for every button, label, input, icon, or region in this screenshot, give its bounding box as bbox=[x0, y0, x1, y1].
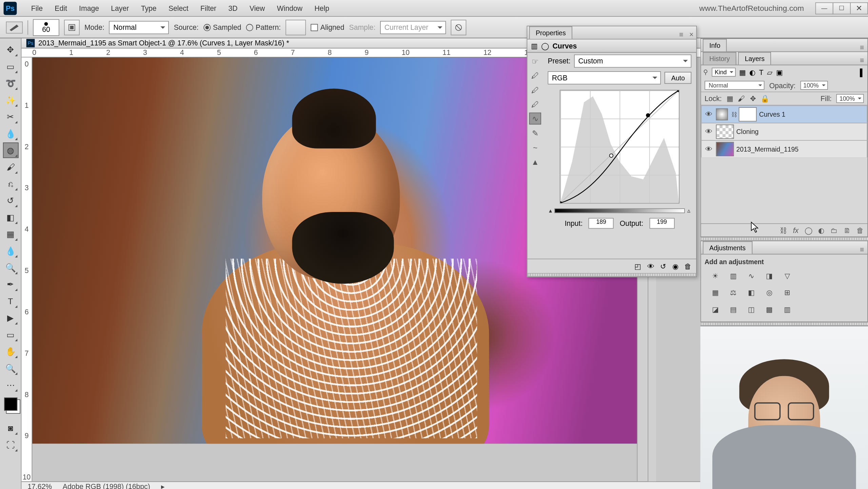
adj-channelmixer-icon[interactable]: ⊞ bbox=[781, 287, 793, 299]
adj-posterize-icon[interactable]: ▤ bbox=[727, 304, 739, 315]
toggle-visibility-icon[interactable]: 👁 bbox=[647, 262, 654, 270]
adj-threshold-icon[interactable]: ◫ bbox=[745, 304, 757, 315]
layer-thumb[interactable] bbox=[716, 124, 734, 139]
panel-resize-grip[interactable] bbox=[527, 273, 696, 277]
properties-close-icon[interactable]: × bbox=[687, 31, 696, 39]
adj-curves-icon[interactable]: ∿ bbox=[745, 270, 757, 282]
layer-filter-kind[interactable]: Kind bbox=[712, 68, 736, 77]
adj-invert-icon[interactable]: ◪ bbox=[709, 304, 721, 315]
gradient-tool[interactable]: ▦ bbox=[3, 226, 18, 242]
info-panel-menu-icon[interactable]: ≡ bbox=[856, 43, 867, 52]
channel-select[interactable]: RGB bbox=[548, 71, 661, 84]
status-flyout-icon[interactable]: ▸ bbox=[161, 482, 165, 489]
lock-transparent-icon[interactable]: ▦ bbox=[727, 94, 733, 103]
delete-layer-icon[interactable]: 🗑 bbox=[856, 226, 864, 234]
fx-icon[interactable]: fx bbox=[793, 226, 798, 234]
layer-row-curves[interactable]: 👁 ⛓ Curves 1 bbox=[701, 105, 867, 123]
new-group-icon[interactable]: 🗀 bbox=[830, 226, 837, 234]
menu-3d[interactable]: 3D bbox=[222, 0, 243, 16]
layer-blend-mode-select[interactable]: Normal bbox=[705, 81, 765, 90]
filter-toggle[interactable]: ▌ bbox=[860, 68, 865, 76]
zoom-tool[interactable]: 🔍 bbox=[3, 360, 18, 376]
adj-brightness-icon[interactable]: ☀ bbox=[709, 270, 721, 282]
sample-white-icon[interactable]: 🖊 bbox=[529, 98, 541, 110]
adj-exposure-icon[interactable]: ◨ bbox=[763, 270, 775, 282]
mask-thumb[interactable] bbox=[739, 107, 757, 121]
sample-gray-icon[interactable]: 🖊 bbox=[529, 84, 541, 96]
layer-thumb[interactable] bbox=[716, 142, 734, 156]
lock-position-icon[interactable]: ✥ bbox=[750, 94, 756, 103]
close-button[interactable]: ✕ bbox=[850, 2, 868, 14]
fill-input[interactable]: 100% bbox=[836, 94, 864, 103]
input-value[interactable]: 189 bbox=[589, 218, 614, 229]
source-sampled-radio[interactable] bbox=[203, 24, 211, 31]
menu-window[interactable]: Window bbox=[271, 0, 309, 16]
eraser-tool[interactable]: ◧ bbox=[3, 210, 18, 225]
quickmask-toggle[interactable]: ◙ bbox=[3, 420, 18, 436]
adj-colorbalance-icon[interactable]: ⚖ bbox=[727, 287, 739, 299]
layer-name[interactable]: 2013_Mermaid_1195 bbox=[736, 145, 799, 153]
menu-filter[interactable]: Filter bbox=[194, 0, 222, 16]
color-swatches[interactable] bbox=[4, 397, 17, 411]
pen-tool[interactable]: ✒ bbox=[3, 277, 18, 292]
screen-mode-toggle[interactable]: ⛶ bbox=[3, 437, 18, 453]
adj-hue-icon[interactable]: ▦ bbox=[709, 287, 721, 299]
layer-name[interactable]: Curves 1 bbox=[759, 111, 786, 118]
layer-row-cloning[interactable]: 👁 Cloning bbox=[701, 123, 867, 141]
properties-panel-menu-icon[interactable]: ≡ bbox=[676, 31, 687, 39]
zoom-value[interactable]: 17.62% bbox=[27, 482, 52, 489]
menu-view[interactable]: View bbox=[243, 0, 271, 16]
lasso-tool[interactable]: ➰ bbox=[3, 75, 18, 91]
current-tool-icon[interactable] bbox=[6, 21, 23, 33]
menu-type[interactable]: Type bbox=[135, 0, 162, 16]
aligned-checkbox[interactable] bbox=[311, 24, 318, 31]
adj-vibrance-icon[interactable]: ▽ bbox=[781, 270, 793, 282]
edit-toolbar[interactable]: ⋯ bbox=[3, 377, 18, 393]
layers-empty-area[interactable] bbox=[701, 157, 867, 223]
color-profile-value[interactable]: Adobe RGB (1998) (16bpc) bbox=[63, 482, 150, 489]
hand-tool[interactable]: ✋ bbox=[3, 344, 18, 359]
adj-bw-icon[interactable]: ◧ bbox=[745, 287, 757, 299]
type-tool[interactable]: T bbox=[3, 293, 18, 309]
adj-levels-icon[interactable]: ▥ bbox=[727, 270, 739, 282]
shape-tool[interactable]: ▭ bbox=[3, 327, 18, 343]
filter-type-icon[interactable]: T bbox=[759, 68, 764, 76]
brush-tool[interactable]: 🖌 bbox=[3, 159, 18, 175]
maximize-button[interactable]: ☐ bbox=[833, 2, 851, 14]
edit-points-icon[interactable]: ∿ bbox=[529, 113, 541, 124]
filter-pixel-icon[interactable]: ▦ bbox=[739, 68, 746, 76]
quick-select-tool[interactable]: ✨ bbox=[3, 92, 18, 108]
opacity-input[interactable]: 100% bbox=[801, 81, 828, 90]
tab-info[interactable]: Info bbox=[703, 39, 727, 52]
panel-resize-grip[interactable] bbox=[701, 237, 868, 241]
tab-layers[interactable]: Layers bbox=[738, 52, 771, 65]
ignore-adjustment-button[interactable] bbox=[451, 19, 467, 35]
adj-photofilter-icon[interactable]: ◎ bbox=[763, 287, 775, 299]
panel-resize-grip[interactable] bbox=[701, 322, 868, 326]
source-pattern-radio[interactable] bbox=[246, 24, 253, 31]
auto-button[interactable]: Auto bbox=[665, 72, 691, 84]
dodge-tool[interactable]: 🔍 bbox=[3, 260, 18, 275]
minimize-button[interactable]: — bbox=[815, 2, 833, 14]
sample-black-icon[interactable]: 🖊 bbox=[529, 70, 541, 81]
path-select-tool[interactable]: ▶ bbox=[3, 310, 18, 326]
brush-preset-picker[interactable]: 60 bbox=[33, 19, 59, 36]
link-layers-icon[interactable]: ⛓ bbox=[780, 226, 787, 234]
visibility-toggle[interactable]: 👁 bbox=[702, 110, 716, 119]
histogram-toggle-icon[interactable]: ▲ bbox=[529, 156, 541, 168]
menu-select[interactable]: Select bbox=[162, 0, 194, 16]
filter-shape-icon[interactable]: ▱ bbox=[767, 68, 772, 76]
healing-brush-tool[interactable]: ◍ bbox=[3, 142, 18, 158]
menu-edit[interactable]: Edit bbox=[49, 0, 73, 16]
new-adjustment-icon[interactable]: ◐ bbox=[818, 226, 824, 234]
move-tool[interactable]: ✥ bbox=[3, 42, 18, 58]
layer-name[interactable]: Cloning bbox=[736, 128, 759, 135]
menu-help[interactable]: Help bbox=[309, 0, 335, 16]
layer-row-background[interactable]: 👁 2013_Mermaid_1195 bbox=[701, 140, 867, 158]
marquee-tool[interactable]: ▭ bbox=[3, 59, 18, 74]
eyedropper-tool[interactable]: 💧 bbox=[3, 126, 18, 141]
blend-mode-select[interactable]: Normal bbox=[109, 21, 169, 34]
smooth-curve-icon[interactable]: ~ bbox=[529, 141, 541, 153]
curve-line[interactable] bbox=[560, 91, 679, 203]
filter-adjust-icon[interactable]: ◐ bbox=[749, 68, 755, 76]
